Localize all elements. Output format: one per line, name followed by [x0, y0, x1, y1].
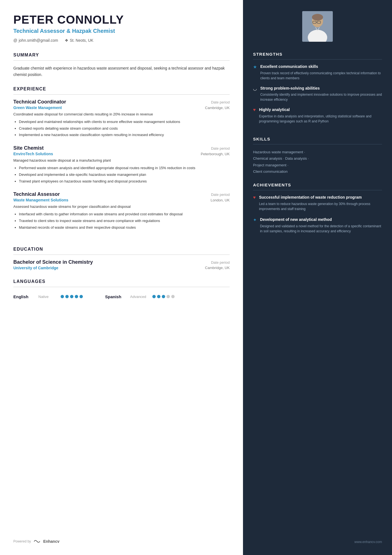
achievement-title-2: Development of new analytical method: [260, 217, 382, 223]
education-section: EDUCATION Bachelor of Science in Chemist…: [13, 247, 230, 270]
achievement-desc-1: Led a team to reduce hazardous waste gen…: [259, 201, 382, 211]
skill-line-1: Hazardous waste management ·: [253, 149, 382, 155]
company-2: EnviroTech Solutions: [13, 152, 53, 156]
email-info: @ john.smith@gmail.com: [13, 38, 58, 43]
experience-title: EXPERIENCE: [13, 87, 230, 92]
summary-divider: [13, 60, 230, 61]
heart-icon: ♥: [253, 107, 256, 112]
strengths-section: STRENGTHS ★ Excellent communication skil…: [253, 52, 382, 129]
skill-line-2: Chemical analysis · Data analysis ·: [253, 155, 382, 162]
lang-dots-english: [61, 295, 83, 298]
strength-title-1: Excellent communication skills: [260, 64, 382, 70]
dot: [171, 295, 175, 298]
candidate-name: PETER CONNOLLY: [13, 13, 230, 26]
strength-item-2: ◡ Strong problem-solving abilities Consi…: [253, 86, 382, 102]
strengths-divider: [253, 59, 382, 60]
experience-item-3: Technical Assessor Date period Waste Man…: [13, 191, 230, 230]
summary-text: Graduate chemist with experience in haza…: [13, 65, 230, 78]
edu-date-1: Date period: [211, 260, 230, 265]
strength-item-1: ★ Excellent communication skills Proven …: [253, 64, 382, 81]
language-spanish: Spanish Advanced: [105, 292, 186, 302]
avatar-image: [302, 11, 333, 42]
lang-name-spanish: Spanish: [105, 294, 130, 299]
star-icon: ★: [253, 64, 257, 70]
email-text: john.smith@gmail.com: [19, 38, 58, 43]
contact-info: @ john.smith@gmail.com ❖ St. Neots, UK: [13, 38, 230, 43]
dot: [61, 295, 64, 298]
languages-row: English Native Spanish Advanced: [13, 292, 230, 302]
edu-school-1: University of Cambridge: [13, 266, 58, 270]
bullet-item: Interfaced with clients to gather inform…: [19, 211, 230, 217]
dot: [70, 295, 73, 298]
skills-divider: [253, 144, 382, 144]
bullet-item: Performed waste stream analysis and iden…: [19, 165, 230, 171]
lang-name-english: English: [13, 294, 38, 299]
bullet-item: Implemented a new hazardous waste classi…: [19, 132, 230, 138]
puzzle-icon: ◡: [253, 86, 257, 91]
achievement-desc-2: Designed and validated a novel method fo…: [260, 224, 382, 234]
candidate-title: Technical Assessor & Hazpak Chemist: [13, 28, 230, 34]
job-desc-1: Coordinated waste disposal for commercia…: [13, 112, 230, 117]
bullet-item: Traveled to client sites to inspect wast…: [19, 218, 230, 224]
lang-level-english: Native: [38, 295, 61, 299]
job-bullets-3: Interfaced with clients to gather inform…: [13, 211, 230, 230]
location-text: St. Neots, UK: [70, 38, 93, 43]
skill-line-3: Project management ·: [253, 162, 382, 168]
page-footer-left: Powered by Enhancv: [13, 532, 230, 544]
brand-name: Enhancv: [43, 539, 59, 544]
job-date-2: Date period: [211, 146, 230, 151]
location-2: Peterborough, UK: [201, 152, 230, 156]
job-desc-3: Assessed hazardous waste streams for pro…: [13, 204, 230, 210]
strength-title-2: Strong problem-solving abilities: [260, 86, 382, 91]
right-column: STRENGTHS ★ Excellent communication skil…: [243, 0, 392, 555]
experience-section: EXPERIENCE Technical Coordinator Date pe…: [13, 87, 230, 238]
bullet-item: Trained plant employees on hazardous was…: [19, 179, 230, 184]
dot: [157, 295, 160, 298]
avatar: [302, 11, 333, 42]
skill-line-4: Client communication: [253, 168, 382, 175]
job-date-1: Date period: [211, 100, 230, 104]
language-english: English Native: [13, 292, 94, 302]
education-title: EDUCATION: [13, 247, 230, 252]
languages-section: LANGUAGES English Native Spanish Advance…: [13, 279, 230, 302]
achievements-section: ACHIEVEMENTS ♥ Successful implementation…: [253, 182, 382, 239]
strength-title-3: Highly analytical: [259, 107, 382, 113]
achievement-item-2: ✦ Development of new analytical method D…: [253, 217, 382, 234]
job-bullets-1: Developed and maintained relationships w…: [13, 119, 230, 138]
email-icon: @: [13, 38, 17, 43]
job-date-3: Date period: [211, 193, 230, 197]
dot: [167, 295, 170, 298]
location-1: Cambridge, UK: [205, 106, 230, 110]
dot: [162, 295, 165, 298]
lang-dots-spanish: [152, 295, 175, 298]
left-column: PETER CONNOLLY Technical Assessor & Hazp…: [0, 0, 243, 555]
strengths-title: STRENGTHS: [253, 52, 382, 56]
job-title-2: Site Chemist: [13, 145, 44, 151]
powered-by-text: Powered by: [13, 539, 31, 543]
enhancv-logo-icon: [33, 539, 41, 544]
svg-point-2: [312, 14, 323, 21]
edu-location-1: Cambridge, UK: [205, 266, 230, 270]
achievement-title-1: Successful implementation of waste reduc…: [259, 195, 382, 200]
strength-desc-2: Consistently identify and implement inno…: [260, 92, 382, 102]
strength-item-3: ♥ Highly analytical Expertise in data an…: [253, 107, 382, 124]
website-text: www.enhancv.com: [354, 540, 382, 544]
skills-list: Hazardous waste management · Chemical an…: [253, 149, 382, 175]
achievements-title: ACHIEVEMENTS: [253, 182, 382, 187]
experience-divider: [13, 94, 230, 95]
achievements-divider: [253, 190, 382, 190]
location-3: London, UK: [211, 198, 230, 202]
education-divider: [13, 255, 230, 255]
bullet-item: Created reports detailing waste stream c…: [19, 126, 230, 132]
bullet-item: Developed and maintained relationships w…: [19, 119, 230, 125]
job-desc-2: Managed hazardous waste disposal at a ma…: [13, 158, 230, 164]
dot: [65, 295, 69, 298]
edu-item-1: Bachelor of Science in Chemistry Date pe…: [13, 259, 230, 270]
experience-item-2: Site Chemist Date period EnviroTech Solu…: [13, 145, 230, 184]
edu-degree-1: Bachelor of Science in Chemistry: [13, 259, 93, 265]
job-title-3: Technical Assessor: [13, 191, 60, 197]
strength-desc-3: Expertise in data analysis and interpret…: [259, 114, 382, 124]
strength-desc-1: Proven track record of effectively commu…: [260, 71, 382, 81]
languages-divider: [13, 287, 230, 287]
company-1: Green Waste Management: [13, 105, 62, 110]
